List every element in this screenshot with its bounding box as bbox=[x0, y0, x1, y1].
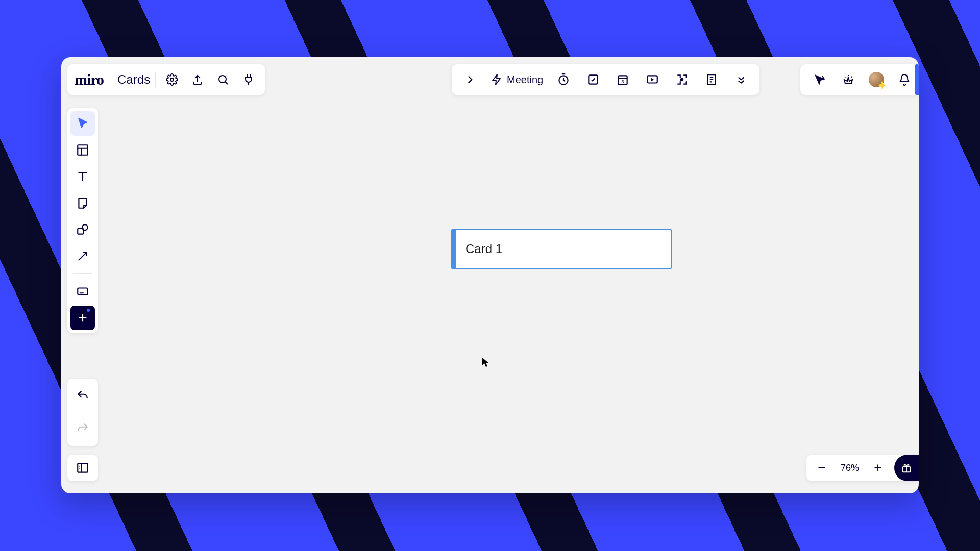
user-avatar[interactable] bbox=[868, 71, 885, 88]
templates-tool[interactable] bbox=[70, 138, 95, 162]
frames-panel-icon bbox=[76, 461, 89, 474]
meeting-label: Meeting bbox=[507, 74, 543, 86]
top-toolbar-center: Meeting 3 bbox=[452, 64, 760, 95]
redo-icon bbox=[76, 422, 89, 435]
timer-icon bbox=[557, 73, 570, 86]
plus-icon bbox=[76, 311, 89, 324]
shape-icon bbox=[76, 223, 89, 236]
arrow-icon bbox=[76, 249, 89, 263]
plugins-button[interactable] bbox=[239, 70, 258, 89]
svg-rect-13 bbox=[78, 463, 88, 472]
app-window: miro Cards Meeting 3 bbox=[61, 57, 919, 493]
more-apps-tool[interactable] bbox=[70, 306, 95, 330]
notification-dot bbox=[87, 309, 90, 312]
sticky-note-tool[interactable] bbox=[70, 191, 95, 215]
hide-cursors-button[interactable] bbox=[811, 70, 829, 89]
reactions-icon bbox=[842, 73, 854, 86]
chevron-down-double-icon bbox=[734, 73, 748, 86]
sticky-note-icon bbox=[76, 196, 89, 210]
bolt-icon bbox=[491, 73, 503, 86]
calendar-icon: 3 bbox=[616, 73, 629, 86]
creation-toolbar bbox=[67, 108, 98, 333]
zoom-level[interactable]: 76% bbox=[838, 463, 862, 473]
top-toolbar-left: miro Cards bbox=[67, 64, 265, 95]
present-icon bbox=[646, 73, 659, 86]
mouse-cursor bbox=[482, 357, 489, 367]
select-tool[interactable] bbox=[70, 111, 95, 136]
logo[interactable]: miro bbox=[75, 71, 110, 88]
attention-icon bbox=[675, 73, 689, 86]
voting-icon bbox=[586, 73, 600, 86]
zoom-controls: 76% bbox=[806, 455, 919, 481]
present-button[interactable] bbox=[643, 70, 662, 89]
more-collab-button[interactable] bbox=[732, 70, 750, 89]
reactions-button[interactable] bbox=[839, 70, 857, 89]
expand-panel-button[interactable] bbox=[461, 70, 479, 89]
templates-icon bbox=[76, 143, 89, 157]
svg-rect-9 bbox=[78, 145, 88, 155]
toolbar-divider bbox=[74, 273, 92, 274]
svg-rect-12 bbox=[78, 288, 88, 295]
card-icon bbox=[76, 285, 89, 298]
svg-point-11 bbox=[82, 224, 88, 230]
cursor-follow-icon bbox=[814, 73, 826, 86]
canvas-card[interactable]: Card 1 bbox=[451, 229, 672, 269]
export-button[interactable] bbox=[188, 70, 207, 89]
svg-text:3: 3 bbox=[621, 79, 624, 84]
voting-button[interactable] bbox=[584, 70, 602, 89]
notes-button[interactable] bbox=[702, 70, 721, 89]
gear-icon bbox=[166, 73, 178, 86]
svg-point-1 bbox=[219, 76, 226, 83]
card-tool[interactable] bbox=[70, 279, 95, 304]
undo-icon bbox=[76, 389, 89, 403]
calendar-button[interactable]: 3 bbox=[614, 70, 632, 89]
timer-button[interactable] bbox=[554, 70, 573, 89]
share-button-edge[interactable] bbox=[915, 64, 919, 95]
notes-icon bbox=[705, 73, 718, 86]
board-title[interactable]: Cards bbox=[117, 72, 156, 87]
gift-icon bbox=[901, 462, 912, 473]
export-icon bbox=[191, 73, 204, 86]
card-title: Card 1 bbox=[465, 242, 502, 256]
svg-point-0 bbox=[170, 78, 174, 81]
chevron-right-icon bbox=[463, 73, 477, 86]
connection-line-tool[interactable] bbox=[70, 244, 95, 268]
text-tool[interactable] bbox=[70, 164, 95, 189]
cursor-icon bbox=[76, 117, 89, 130]
plus-icon bbox=[873, 463, 883, 473]
svg-point-7 bbox=[680, 78, 684, 82]
frames-panel-button[interactable] bbox=[67, 455, 98, 481]
search-icon bbox=[217, 73, 229, 86]
meeting-button[interactable]: Meeting bbox=[491, 73, 543, 86]
undo-button[interactable] bbox=[70, 384, 95, 408]
settings-button[interactable] bbox=[163, 70, 181, 89]
search-button[interactable] bbox=[214, 70, 232, 89]
zoom-out-button[interactable] bbox=[814, 460, 830, 476]
bell-icon bbox=[898, 73, 911, 86]
text-icon bbox=[76, 170, 89, 183]
top-toolbar-right bbox=[800, 64, 919, 95]
shape-tool[interactable] bbox=[70, 217, 95, 242]
zoom-in-button[interactable] bbox=[870, 460, 886, 476]
help-gift-button[interactable] bbox=[894, 455, 919, 481]
history-toolbar bbox=[67, 379, 98, 446]
redo-button[interactable] bbox=[70, 416, 95, 441]
minus-icon bbox=[817, 463, 827, 473]
attention-button[interactable] bbox=[673, 70, 691, 89]
notifications-button[interactable] bbox=[895, 70, 914, 89]
plug-icon bbox=[242, 73, 255, 86]
